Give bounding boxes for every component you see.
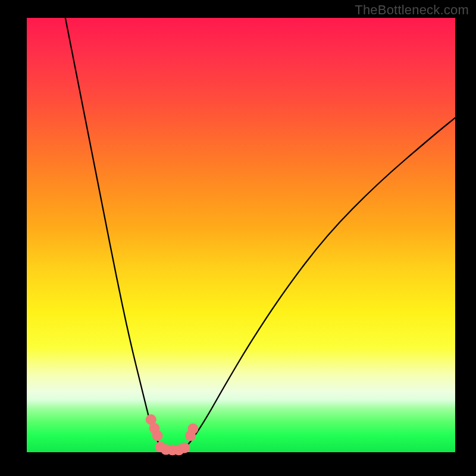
data-marker: [187, 424, 198, 434]
watermark-text: TheBottleneck.com: [355, 2, 469, 18]
curve-group: [65, 18, 455, 450]
chart-frame: TheBottleneck.com: [0, 0, 476, 476]
data-marker: [152, 430, 163, 441]
curve-svg: [27, 18, 455, 452]
data-marker: [179, 443, 190, 453]
bottleneck-curve: [65, 18, 455, 450]
plot-area: [27, 18, 455, 452]
marker-group: [146, 414, 199, 455]
